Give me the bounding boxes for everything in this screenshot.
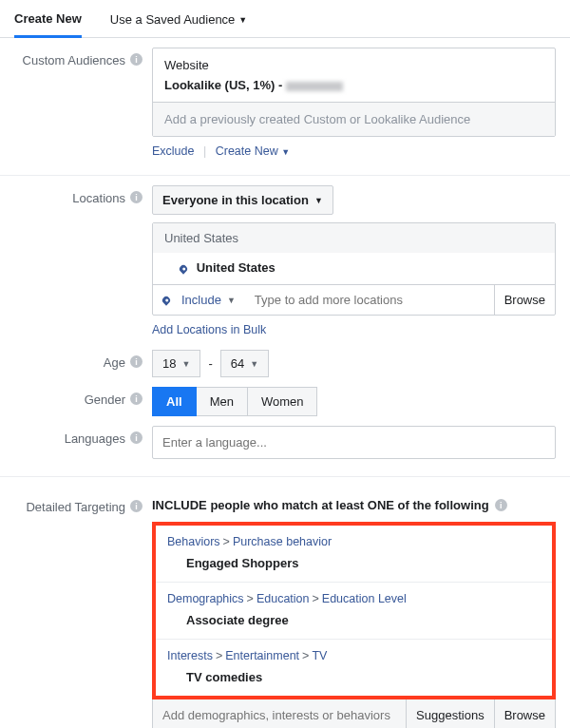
info-icon[interactable]: i [130,431,142,444]
age-dash: - [208,356,212,371]
targeting-breadcrumb[interactable]: Demographics>Education>Education Level [167,592,541,605]
add-locations-bulk-link[interactable]: Add Locations in Bulk [152,323,266,336]
pin-icon [178,263,188,274]
caret-down-icon: ▼ [314,196,323,205]
age-label: Age [104,355,125,370]
redacted-text [286,82,343,91]
targeting-value[interactable]: TV comedies [167,662,541,694]
location-country[interactable]: United States [153,253,555,284]
suggestions-button[interactable]: Suggestions [406,699,494,728]
targeting-breadcrumb[interactable]: Behaviors>Purchase behavior [167,535,541,548]
info-icon[interactable]: i [130,355,142,368]
info-icon[interactable]: i [130,500,142,512]
caret-down-icon: ▼ [181,359,190,369]
gender-all-button[interactable]: All [152,387,197,416]
caret-down-icon: ▼ [238,15,247,25]
language-input[interactable] [152,426,556,459]
location-group: United States [153,223,555,253]
age-max-dropdown[interactable]: 64 ▼ [220,350,269,377]
include-text: Include [181,293,221,307]
info-icon[interactable]: i [495,499,507,511]
custom-audiences-label: Custom Audiences [23,53,125,67]
caret-down-icon: ▼ [250,359,258,369]
detailed-header: INCLUDE people who match at least ONE of… [152,498,489,512]
languages-label: Languages [65,431,125,446]
location-input[interactable] [245,285,494,315]
caret-down-icon: ▼ [227,296,236,305]
age-max-value: 64 [231,356,244,371]
gender-men-button[interactable]: Men [196,387,248,416]
targeting-value[interactable]: Associate degree [167,605,541,637]
tab-saved-label: Use a Saved Audience [110,12,236,27]
audience-add-placeholder[interactable]: Add a previously created Custom or Looka… [153,102,555,136]
location-country-text: United States [197,260,276,275]
info-icon[interactable]: i [130,53,142,66]
location-scope-text: Everyone in this location [162,193,309,207]
pin-icon [161,295,171,305]
gender-label: Gender [85,393,125,407]
create-new-text: Create New [216,144,278,158]
location-scope-dropdown[interactable]: Everyone in this location ▼ [152,185,333,215]
gender-women-button[interactable]: Women [247,387,318,416]
info-icon[interactable]: i [130,393,142,405]
audience-source: Website [164,58,543,72]
targeting-breadcrumb[interactable]: Interests>Entertainment>TV [167,649,541,662]
tab-saved-audience[interactable]: Use a Saved Audience ▼ [110,1,247,36]
age-min-dropdown[interactable]: 18 ▼ [152,350,200,377]
caret-down-icon: ▼ [281,147,290,157]
location-browse-button[interactable]: Browse [494,285,555,315]
separator: | [203,144,206,158]
detailed-targeting-label: Detailed Targeting [26,500,125,514]
lookalike-name: Lookalike (US, 1%) - [164,78,282,92]
tab-create-new[interactable]: Create New [14,0,82,38]
exclude-link[interactable]: Exclude [152,144,194,158]
create-new-link[interactable]: Create New ▼ [216,144,290,158]
locations-label: Locations [72,191,125,205]
detailed-input[interactable] [153,699,406,728]
include-dropdown[interactable]: Include ▼ [153,285,245,315]
info-icon[interactable]: i [130,191,142,203]
targeting-value[interactable]: Engaged Shoppers [167,548,541,580]
browse-button[interactable]: Browse [494,699,555,728]
age-min-value: 18 [162,356,176,371]
